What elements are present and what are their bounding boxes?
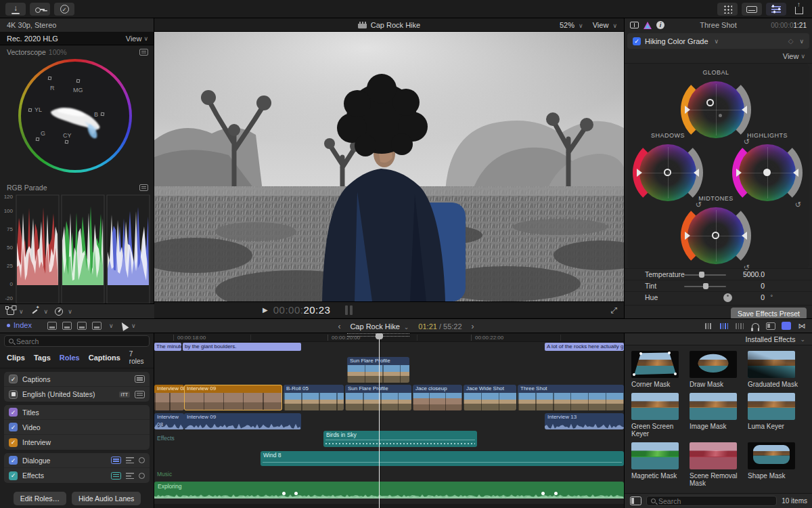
tint-slider[interactable]: [684, 286, 726, 287]
color-wheel-global[interactable]: ↺: [681, 75, 751, 145]
tab-clips[interactable]: Clips: [7, 354, 25, 362]
viewer-view-menu[interactable]: View ∨: [593, 21, 617, 29]
effect-item[interactable]: Corner Mask: [631, 351, 685, 389]
timeline-clip[interactable]: Sun Flare Profile: [345, 385, 411, 410]
focus-icon[interactable]: [126, 457, 134, 463]
color-puck[interactable]: [706, 99, 714, 106]
save-effects-preset-button[interactable]: Save Effects Preset: [731, 308, 807, 320]
hide-audio-lanes-button[interactable]: Hide Audio Lanes: [72, 492, 141, 505]
role-row-captions[interactable]: ✓ Captions: [4, 372, 150, 387]
role-row-titles[interactable]: ✓ Titles: [4, 405, 150, 420]
effect-item[interactable]: Image Mask: [690, 393, 744, 438]
caption-clip[interactable]: by the giant boulders.: [183, 343, 301, 351]
background-tasks-button[interactable]: ✓: [54, 3, 74, 16]
transform-tool-button[interactable]: [7, 308, 14, 315]
music-clip[interactable]: Exploring: [154, 482, 624, 499]
monitor-icon[interactable]: [139, 457, 145, 463]
next-project-icon[interactable]: ›: [472, 322, 474, 331]
audio-skimming-icon[interactable]: [719, 321, 729, 331]
effect-item[interactable]: Shape Mask: [748, 442, 802, 488]
connected-clip[interactable]: Sun Flare Profile: [347, 357, 409, 383]
effect-item[interactable]: Magnetic Mask: [631, 442, 685, 488]
color-correction-row[interactable]: ✓ Hiking Color Grade ∨ ◇ ∨: [627, 33, 809, 49]
wheels-view-menu[interactable]: View: [783, 52, 799, 60]
scopes-view-menu[interactable]: View: [126, 35, 142, 43]
role-checkbox[interactable]: ✓: [9, 471, 18, 480]
role-row-dialogue[interactable]: ✓ Dialogue: [4, 453, 150, 468]
timeline-clip[interactable]: Jace Wide Shot: [464, 385, 516, 410]
browser-toggle-button[interactable]: [717, 3, 738, 16]
retime-button[interactable]: [55, 308, 63, 316]
keyframe-diamond-icon[interactable]: ◇: [788, 37, 794, 45]
caption-clip[interactable]: The minute…: [154, 343, 181, 351]
tab-roles[interactable]: Roles: [60, 354, 80, 362]
role-checkbox[interactable]: ✓: [9, 423, 18, 431]
audio-clip[interactable]: Interview 08: [154, 413, 184, 429]
effects-search-field[interactable]: [646, 496, 777, 506]
effect-item[interactable]: Scene Removal Mask: [690, 442, 744, 488]
clip-appearance-icon[interactable]: [766, 321, 775, 331]
playhead-handle[interactable]: [376, 333, 383, 339]
color-wheel-shadows[interactable]: ↺: [633, 137, 703, 208]
role-row-english[interactable]: English (United States) iTT: [4, 387, 150, 402]
timeline-clip[interactable]: Interview 08: [154, 385, 184, 410]
enhancements-button[interactable]: [30, 307, 39, 316]
hue-value[interactable]: 0: [761, 293, 765, 301]
previous-project-icon[interactable]: ‹: [338, 322, 340, 331]
solo-icon[interactable]: [735, 321, 744, 331]
timeline-clip[interactable]: Jace closeup: [413, 385, 462, 410]
color-wheel-disc[interactable]: [687, 207, 744, 264]
color-wheel-highlights[interactable]: ↺: [732, 137, 803, 208]
tab-tags[interactable]: Tags: [34, 354, 51, 362]
color-wheel-disc[interactable]: [739, 144, 796, 201]
role-row-video[interactable]: ✓ Video: [4, 420, 150, 435]
keywords-button[interactable]: [30, 3, 50, 16]
tab-captions[interactable]: Captions: [89, 354, 120, 362]
role-row-interview[interactable]: ✓ Interview: [4, 435, 150, 450]
show-lanes-icon[interactable]: [111, 472, 121, 480]
role-row-effects[interactable]: ✓ Effects: [4, 468, 150, 483]
tint-value[interactable]: 0: [761, 282, 765, 290]
caption-clip[interactable]: A lot of the rocks here actually g…: [545, 343, 624, 351]
transitions-browser-icon[interactable]: ⋈: [797, 321, 807, 331]
timeline-clip[interactable]: Interview 09: [184, 385, 282, 410]
trim-icon[interactable]: [704, 321, 713, 331]
show-lanes-icon[interactable]: [135, 391, 145, 398]
role-checkbox[interactable]: ✓: [9, 456, 18, 465]
color-wheel-disc[interactable]: [687, 81, 744, 138]
role-checkbox[interactable]: ✓: [9, 408, 18, 417]
role-checkbox[interactable]: ✓: [9, 375, 18, 383]
show-lanes-icon[interactable]: [135, 375, 145, 383]
effects-search-input[interactable]: [658, 497, 772, 505]
effect-item[interactable]: Luma Keyer: [748, 393, 802, 438]
temperature-slider[interactable]: [684, 274, 726, 276]
effect-item[interactable]: Draw Mask: [690, 351, 744, 389]
focus-icon[interactable]: [126, 473, 134, 479]
timeline-clip[interactable]: B-Roll 05: [284, 385, 344, 410]
inspector-toggle-button[interactable]: [766, 3, 786, 16]
edit-roles-button[interactable]: Edit Roles…: [14, 492, 66, 505]
reset-icon[interactable]: ↺: [795, 200, 801, 209]
keyframe-dot[interactable]: [294, 492, 298, 495]
keyframe-dot[interactable]: [541, 492, 545, 495]
monitor-icon[interactable]: [139, 473, 145, 479]
scope-settings-icon[interactable]: [139, 184, 148, 191]
timeline-toggle-button[interactable]: [742, 3, 762, 16]
color-wheel-midtones[interactable]: ↺: [681, 200, 751, 271]
effects-clip[interactable]: Wind 8: [261, 451, 624, 466]
role-checkbox[interactable]: ✓: [9, 438, 18, 447]
timeline-scrollbar[interactable]: [154, 504, 624, 508]
show-lanes-icon[interactable]: [111, 457, 121, 464]
scope-settings-icon[interactable]: [139, 49, 148, 56]
effects-clip[interactable]: Birds in Sky: [323, 431, 477, 447]
index-search-field[interactable]: [4, 335, 150, 347]
keyframe-dot[interactable]: [282, 492, 286, 495]
effects-browser-header[interactable]: Installed Effects ⌄: [625, 333, 812, 345]
color-wheel-disc[interactable]: [639, 144, 696, 201]
headphones-icon[interactable]: [750, 321, 760, 331]
role-checkbox[interactable]: [9, 390, 18, 399]
effect-checkbox[interactable]: ✓: [633, 37, 641, 45]
hue-knob[interactable]: [723, 293, 732, 302]
effect-item[interactable]: Green Screen Keyer: [631, 393, 685, 438]
effects-browser-icon[interactable]: [782, 321, 791, 331]
